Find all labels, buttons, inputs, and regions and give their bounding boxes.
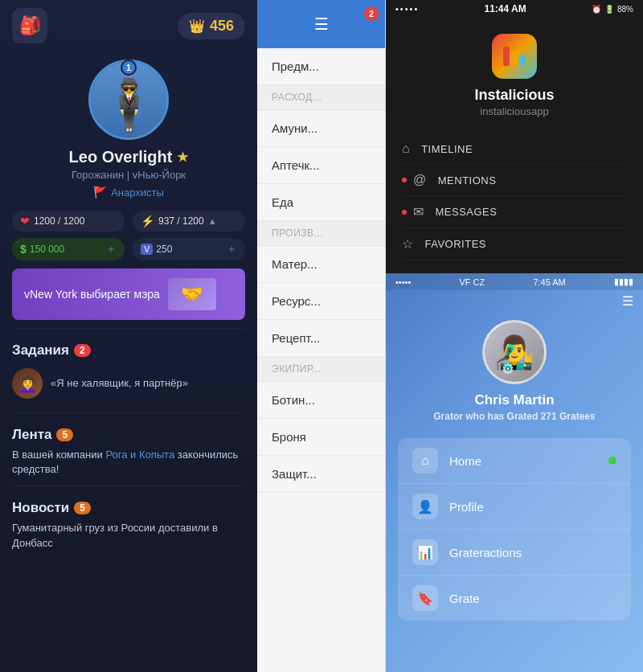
menu-item-mater[interactable]: Матер...	[257, 246, 385, 283]
status-bar: ••••• 11:44 AM ⏰ 🔋 88%	[386, 0, 643, 18]
menu-category-proizv: ПРОИЗВ...	[257, 221, 385, 246]
task-avatar: 👩‍🦱	[12, 368, 43, 399]
news-banner[interactable]: vNew York выбирает мэра 🤝	[12, 268, 245, 320]
mentions-label: MENTIONS	[438, 174, 497, 186]
money-value: 150 000	[30, 244, 64, 255]
instalicious-panel: ••••• 11:44 AM ⏰ 🔋 88% Instalicious inst…	[386, 0, 643, 273]
divider-3	[12, 486, 245, 486]
crown-icon: 👑	[189, 18, 205, 34]
profile-avatar[interactable]: 👨‍🎤	[482, 320, 547, 384]
player-name: Leo Overlight ★	[69, 148, 189, 166]
messages-label: MESSAGES	[436, 206, 498, 218]
insta-brand: Instalicious instaliciousapp	[386, 18, 643, 129]
faction-name: Анархисты	[111, 186, 164, 199]
at-icon: @	[413, 173, 427, 187]
insta-menu: ⌂ TIMELINE @ MENTIONS ✉ MESSAGES ☆ FAVOR…	[386, 129, 643, 264]
game-panel: 🎒 👑 456 1 Leo Overlight ★ Горожанин | vН…	[0, 0, 257, 672]
money-plus-icon[interactable]: ＋	[105, 242, 117, 256]
insta-favorites[interactable]: ☆ FAVORITES	[402, 228, 627, 260]
profile-person-icon: 👤	[412, 494, 438, 519]
gold-amount: 456	[210, 18, 234, 35]
status-time: 11:44 AM	[485, 3, 526, 14]
task-item[interactable]: 👩‍🦱 «Я не халявщик, я партнёр»	[12, 363, 245, 404]
home-menu-icon: ⌂	[412, 448, 438, 473]
profile-battery: ▮▮▮▮	[614, 277, 633, 287]
bag-icon[interactable]: 🎒	[12, 8, 47, 43]
profile-user: 👨‍🎤 ⚙ Chris Martin Grator who has Grated…	[386, 312, 643, 434]
feed-badge: 5	[56, 428, 73, 441]
profile-menu: ⌂ Home 👤 Profile 📊 Grateractions 🔖 Grate	[398, 438, 631, 621]
insta-mentions[interactable]: @ MENTIONS	[402, 165, 627, 196]
star-icon: ★	[177, 150, 188, 165]
menu-item-premd[interactable]: Предм...	[257, 48, 385, 85]
news-title: Новости 5	[12, 500, 245, 516]
gear-icon[interactable]: ⚙	[502, 360, 514, 378]
profile-menu-grateractions[interactable]: 📊 Grateractions	[398, 530, 631, 576]
insta-timeline[interactable]: ⌂ TIMELINE	[402, 133, 627, 165]
profile-menu-home[interactable]: ⌂ Home	[398, 438, 631, 484]
svg-rect-0	[503, 47, 510, 66]
profile-signal: •••••	[395, 277, 411, 287]
favorites-label: FAVORITES	[425, 238, 487, 250]
menu-item-bronya[interactable]: Броня	[257, 419, 385, 456]
tasks-badge: 2	[74, 344, 91, 357]
divider-2	[12, 412, 245, 413]
menu-item-aptechk[interactable]: Аптечк...	[257, 147, 385, 184]
profile-status-bar: ••••• VF CZ 7:45 AM ▮▮▮▮	[386, 273, 643, 290]
news-badge: 5	[74, 502, 91, 514]
grate-label: Grate	[449, 592, 480, 605]
right-area: ••••• 11:44 AM ⏰ 🔋 88% Instalicious inst…	[386, 0, 643, 672]
battery-icon: 🔋	[604, 5, 614, 14]
faction-tag[interactable]: 🚩 Анархисты	[93, 186, 164, 199]
profile-panel: ••••• VF CZ 7:45 AM ▮▮▮▮ ☰ 👨‍🎤 ⚙ Chris M…	[386, 273, 643, 672]
stat-row-2: $ 150 000 ＋ V 250 ＋	[12, 238, 245, 260]
home-label: Home	[449, 454, 481, 468]
news-text: Гуманитарный груз из России доставили в …	[12, 521, 245, 550]
v-value: 250	[156, 244, 172, 255]
profile-subtitle: Grator who has Grated 271 Gratees	[433, 411, 595, 422]
profile-name: Chris Martin	[474, 392, 554, 408]
alarm-icon: ⏰	[592, 5, 601, 14]
v-plus-icon[interactable]: ＋	[226, 242, 237, 256]
profile-menu-icon[interactable]: ☰	[622, 293, 633, 309]
profile-label: Profile	[449, 500, 484, 514]
menu-header: ☰ 2	[257, 0, 385, 48]
hamburger-icon[interactable]: ☰	[314, 14, 329, 34]
feed-link[interactable]: Рога и Копыта	[105, 449, 174, 461]
profile-menu-grate[interactable]: 🔖 Grate	[398, 576, 631, 621]
gold-badge: 👑 456	[178, 13, 245, 39]
online-dot	[608, 457, 616, 465]
mention-dot	[402, 178, 407, 182]
grateractions-label: Grateractions	[449, 546, 522, 559]
menu-item-resurs[interactable]: Ресурс...	[257, 283, 385, 320]
tasks-title: Задания 2	[12, 342, 245, 359]
menu-category-ekipir: ЭКИПИР...	[257, 357, 385, 382]
star-fav-icon: ☆	[402, 236, 414, 252]
menu-item-amuni[interactable]: Амуни...	[257, 110, 385, 147]
menu-category-rashod: РАСХОД...	[257, 85, 385, 110]
menu-item-botin[interactable]: Ботин...	[257, 382, 385, 419]
hp-value: 1200 / 1200	[34, 215, 84, 227]
lightning-icon: ⚡	[141, 215, 154, 227]
message-dot	[402, 210, 407, 215]
menu-notification: 2	[364, 6, 379, 21]
grateractions-icon: 📊	[412, 539, 438, 565]
menu-item-recept[interactable]: Рецепт...	[257, 320, 385, 357]
battery-percent: 88%	[617, 5, 633, 14]
profile-menu-profile[interactable]: 👤 Profile	[398, 484, 631, 530]
stats-section: ❤ 1200 / 1200 ⚡ 937 / 1200 ▲ $ 150 000 ＋…	[0, 211, 257, 260]
status-icons: ⏰ 🔋 88%	[592, 5, 633, 14]
handshake-image: 🤝	[168, 278, 216, 310]
v-currency-stat: V 250 ＋	[133, 238, 245, 260]
tasks-section: Задания 2 👩‍🦱 «Я не халявщик, я партнёр»	[0, 333, 257, 408]
news-section: Новости 5 Гуманитарный груз из России до…	[0, 490, 257, 555]
stat-row-1: ❤ 1200 / 1200 ⚡ 937 / 1200 ▲	[12, 211, 245, 232]
v-badge: V	[141, 244, 153, 255]
menu-item-eda[interactable]: Еда	[257, 184, 385, 221]
signal-dots: •••••	[395, 4, 419, 14]
home-icon: ⌂	[402, 141, 410, 156]
task-text: «Я не халявщик, я партнёр»	[51, 376, 188, 391]
menu-panel: ☰ 2 Предм... РАСХОД... Амуни... Аптечк..…	[257, 0, 386, 672]
insta-messages[interactable]: ✉ MESSAGES	[402, 196, 627, 228]
menu-item-zashit[interactable]: Защит...	[257, 456, 385, 493]
